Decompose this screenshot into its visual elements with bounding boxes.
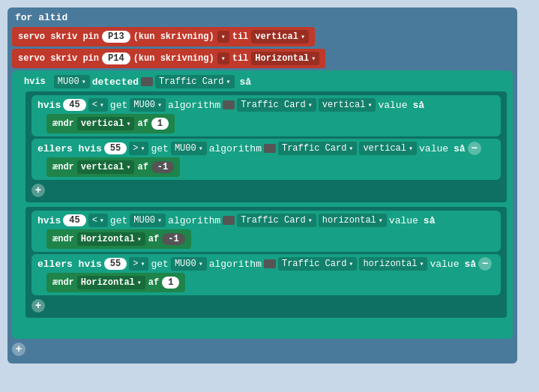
- ellers-hvis-2-section: ellers hvis 55 > get MU00 algorithm Traf…: [31, 254, 501, 295]
- value2-label: value: [419, 143, 448, 154]
- outer-add-btn[interactable]: +: [12, 343, 25, 356]
- add-row-2: +: [31, 298, 501, 314]
- ellers-hvis-2-row: ellers hvis 55 > get MU00 algorithm Traf…: [37, 257, 495, 271]
- var-horizontal-2-dropdown[interactable]: Horizontal: [77, 276, 145, 289]
- algorithm4-label: algorithm: [209, 259, 262, 270]
- aendr2-keyword: ændr: [52, 162, 74, 172]
- op-gt-2-dropdown[interactable]: >: [129, 257, 148, 271]
- num-45-1: 45: [63, 99, 85, 111]
- traffic-card-icon-3: [264, 144, 276, 153]
- servo2-type-dropdown[interactable]: [217, 52, 229, 64]
- if-block-2-row: hvis 45 < get MU00 algorithm Traffic Car…: [37, 214, 495, 227]
- val-1-pill: 1: [151, 118, 169, 130]
- axis-horizontal-1-dropdown[interactable]: horizontal: [319, 214, 387, 227]
- if-block-1-row: hvis 45 < get MU00 algorithm Traffic Car…: [37, 98, 495, 112]
- aendr4-keyword: ændr: [52, 277, 74, 288]
- hvis3-keyword: hvis: [37, 215, 61, 226]
- aendr1-indent: ændr vertical af 1: [46, 114, 495, 133]
- add-row-1: +: [31, 182, 501, 199]
- op-lt-1-dropdown[interactable]: <: [88, 98, 108, 112]
- num-55-1: 55: [104, 142, 127, 154]
- mu00-3-dropdown[interactable]: MU00: [171, 142, 207, 155]
- servo2-direction-dropdown[interactable]: Horizontal: [251, 52, 319, 65]
- mu00-1-dropdown[interactable]: MU00: [54, 75, 90, 88]
- value4-label: value: [430, 259, 459, 270]
- servo2-type: (kun skrivning): [133, 53, 214, 64]
- num-45-2: 45: [63, 214, 85, 226]
- op-lt-2-dropdown[interactable]: <: [88, 214, 108, 227]
- ellers2-keyword: ellers hvis: [37, 259, 102, 270]
- get2-label: get: [151, 143, 168, 154]
- axis-vertical-1-dropdown[interactable]: vertical: [319, 98, 376, 112]
- var-vertical-2-dropdown[interactable]: vertical: [77, 160, 135, 174]
- servo2-block[interactable]: servo skriv pin P14 (kun skrivning) til …: [12, 49, 325, 68]
- servo2-row: servo skriv pin P14 (kun skrivning) til …: [12, 49, 513, 68]
- mu00-5-dropdown[interactable]: MU00: [171, 257, 207, 271]
- traffic-card-3-dropdown[interactable]: Traffic Card: [278, 142, 357, 155]
- var-vertical-1-dropdown[interactable]: vertical: [77, 117, 135, 130]
- axis-vertical-2-dropdown[interactable]: vertical: [359, 142, 417, 155]
- hvis1-row: hvis MU00 detected Traffic Card så: [18, 74, 507, 89]
- for-altid-label: for altid: [12, 10, 513, 25]
- servo2-keyword: servo skriv pin: [18, 53, 99, 64]
- aendr1-keyword: ændr: [52, 118, 74, 129]
- servo1-block[interactable]: servo skriv pin P13 (kun skrivning) til …: [12, 27, 315, 46]
- aendr2-block[interactable]: ændr vertical af -1: [46, 157, 180, 177]
- traffic-card-5-dropdown[interactable]: Traffic Card: [278, 257, 357, 271]
- traffic-card-4-dropdown[interactable]: Traffic Card: [237, 214, 316, 227]
- get3-label: get: [110, 215, 127, 226]
- aendr2-indent: ændr vertical af -1: [46, 157, 495, 177]
- traffic-card-icon-1: [141, 77, 153, 86]
- aendr3-keyword: ændr: [52, 234, 74, 244]
- af2-label: af: [137, 162, 148, 172]
- inner-section-1: hvis 45 < get MU00 algorithm Traffic Car…: [25, 91, 507, 202]
- aendr4-indent: ændr Horizontal af 1: [46, 273, 495, 292]
- get4-label: get: [151, 259, 168, 270]
- var-horizontal-1-dropdown[interactable]: Horizontal: [77, 232, 145, 246]
- minus-btn-1[interactable]: −: [468, 142, 481, 155]
- if-block-2-section: hvis 45 < get MU00 algorithm Traffic Car…: [31, 211, 501, 252]
- saa4-label: så: [424, 215, 436, 226]
- servo2-pin: P14: [102, 52, 130, 64]
- aendr4-block[interactable]: ændr Horizontal af 1: [46, 273, 185, 292]
- servo1-type-dropdown[interactable]: [217, 31, 229, 43]
- hvis2-keyword: hvis: [37, 100, 61, 111]
- if-block-1-section: hvis 45 < get MU00 algorithm Traffic Car…: [31, 95, 501, 136]
- value1-label: value: [378, 100, 407, 111]
- aendr3-indent: ændr Horizontal af -1: [46, 229, 495, 249]
- hvis1-keyword: hvis: [18, 74, 52, 89]
- for-altid-block: for altid servo skriv pin P13 (kun skriv…: [7, 7, 517, 364]
- servo1-direction-dropdown[interactable]: vertical: [251, 30, 309, 43]
- hvis1-section: hvis MU00 detected Traffic Card så hvis …: [12, 70, 513, 339]
- algorithm2-label: algorithm: [209, 143, 262, 154]
- algorithm1-label: algorithm: [168, 100, 220, 111]
- minus-btn-2[interactable]: −: [478, 257, 492, 271]
- detected-label: detected: [92, 76, 139, 88]
- val-neg1-pill-2: -1: [162, 233, 184, 245]
- aendr1-block[interactable]: ændr vertical af 1: [46, 114, 175, 133]
- op-gt-1-dropdown[interactable]: >: [129, 142, 148, 155]
- traffic-card-icon-4: [223, 216, 235, 225]
- saa1-label: så: [240, 76, 252, 88]
- aendr3-block[interactable]: ændr Horizontal af -1: [46, 229, 191, 249]
- traffic-card-icon-2: [223, 100, 235, 109]
- algorithm3-label: algorithm: [168, 215, 220, 226]
- add-btn-1[interactable]: +: [31, 184, 45, 197]
- servo2-til: til: [232, 53, 249, 64]
- mu00-4-dropdown[interactable]: MU00: [130, 214, 166, 227]
- servo1-til: til: [232, 31, 249, 42]
- outer-add-row: +: [12, 341, 513, 358]
- af1-label: af: [137, 118, 148, 129]
- num-55-2: 55: [104, 258, 127, 270]
- servo1-pin: P13: [102, 31, 130, 43]
- axis-horizontal-2-dropdown[interactable]: horizontal: [359, 257, 427, 271]
- mu00-2-dropdown[interactable]: MU00: [130, 98, 166, 112]
- traffic-card-1-dropdown[interactable]: Traffic Card: [155, 75, 234, 88]
- traffic-card-2-dropdown[interactable]: Traffic Card: [237, 98, 316, 112]
- inner-section-2: hvis 45 < get MU00 algorithm Traffic Car…: [25, 207, 507, 318]
- saa3-label: så: [454, 143, 466, 154]
- value3-label: value: [389, 215, 418, 226]
- bottom-strip: [18, 320, 507, 335]
- ellers-hvis-1-section: ellers hvis 55 > get MU00 algorithm Traf…: [31, 139, 501, 180]
- add-btn-2[interactable]: +: [31, 299, 45, 313]
